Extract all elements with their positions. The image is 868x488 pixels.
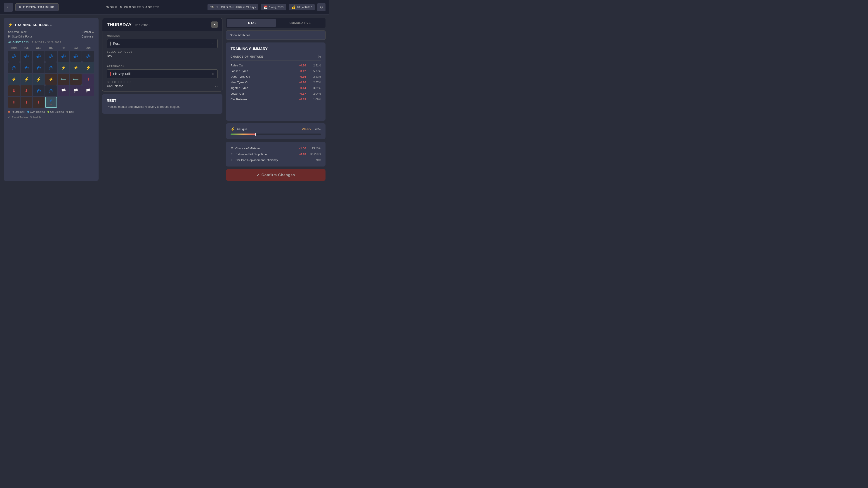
cal-header-wed: WED	[33, 46, 44, 50]
legend-dot-car	[48, 111, 49, 113]
summary-section-header: CHANCE OF MISTAKE %	[230, 55, 321, 61]
cal-cell-w3-tue[interactable]: ⚡	[21, 74, 32, 85]
summary-row-delta: -0.39	[299, 98, 306, 101]
cal-cell-w3-fri[interactable]: ⟵	[58, 74, 69, 85]
cal-cell-w4-tue[interactable]: ⬇	[21, 86, 32, 96]
stat-row-pittime: ⏱ Estimated Pit Stop Time -0.18 0:02.339	[230, 151, 321, 157]
month-label: AUGUST 2023 1/8/2023 - 31/8/2023	[8, 41, 94, 44]
cal-cell-w3-wed[interactable]: ⚡	[33, 74, 44, 85]
cal-cell-w4-sat[interactable]: 🏳️	[70, 86, 82, 96]
percentage-icon: %	[318, 55, 321, 59]
back-button[interactable]: ←	[4, 3, 13, 12]
cal-cell-w1-mon[interactable]: 💤	[8, 51, 20, 62]
cal-cell-w2-thu[interactable]: 💤	[45, 62, 57, 73]
cal-cell-w5-thu[interactable]: 💤 ⬇	[45, 97, 57, 108]
tab-total[interactable]: TOTAL	[227, 19, 276, 27]
legend: Pit Stop Drill Gym Training Car Building…	[8, 110, 94, 113]
confirm-changes-button[interactable]: ✓ Confirm Changes	[226, 169, 326, 181]
summary-row-pct: 2.57%	[310, 81, 321, 84]
summary-row-values: -0.39 1.09%	[299, 98, 321, 101]
cal-cell-w4-sun[interactable]: 🏳️	[82, 86, 94, 96]
modal-close-button[interactable]: ✕	[211, 22, 218, 28]
cal-cell-w2-mon[interactable]: 💤	[8, 62, 20, 73]
cal-cell-w2-fri[interactable]: ⚡	[58, 62, 69, 73]
panel-title: TRAINING SCHEDULE	[14, 23, 52, 27]
summary-row: Used Tyres Off -0.16 2.81%	[230, 74, 321, 79]
morning-section: MORNING Rest ‹ › SELECTED FOCUS N/A	[102, 31, 222, 61]
cal-cell-w4-wed[interactable]: 💤	[33, 86, 44, 96]
cal-cell-w4-fri[interactable]: 🏳️	[58, 86, 69, 96]
date-info: 📅 1 Aug, 2023	[261, 4, 286, 10]
cal-cell-w2-sun[interactable]: ⚡	[82, 62, 94, 73]
legend-pit: Pit Stop Drill	[8, 110, 25, 113]
stat-label-pittime: Estimated Pit Stop Time	[236, 153, 267, 156]
summary-row-values: -0.17 2.04%	[299, 92, 321, 95]
center-area: THURSDAY 31/8/2023 ✕ MORNING Rest ‹ › SE…	[102, 18, 222, 181]
cal-cell-w2-sat[interactable]: ⚡	[70, 62, 82, 73]
fatigue-right: Weary 28%	[302, 127, 321, 131]
rest-info-panel: REST Practice mental and physical recove…	[102, 94, 222, 113]
fatigue-bar-fill	[230, 133, 256, 135]
page-title: PIT CREW TRAINING	[16, 3, 59, 11]
money-icon: 💰	[291, 5, 296, 9]
afternoon-activity-selector[interactable]: Pit Stop Drill ‹ ›	[107, 69, 218, 78]
cal-cell-w3-sun[interactable]: ⬇	[82, 74, 94, 85]
summary-row-delta: -0.16	[299, 64, 306, 67]
stat-delta-pittime: -0.18	[299, 153, 306, 156]
stat-delta-mistake: -1.06	[299, 147, 306, 150]
race-icon: 🏁	[210, 5, 214, 9]
afternoon-selector-label: Pit Stop Drill	[110, 72, 130, 76]
cal-cell-w3-sat[interactable]: ⟵	[70, 74, 82, 85]
summary-row-label: Used Tyres Off	[230, 75, 250, 78]
focus-arrow-icon: ▶	[92, 35, 94, 38]
cal-cell-w4-thu[interactable]: 💤	[45, 86, 57, 96]
cal-cell-w1-tue[interactable]: 💤	[21, 51, 32, 62]
morning-focus-value: N/A	[107, 54, 112, 57]
cal-cell-w3-mon[interactable]: ⚡	[8, 74, 20, 85]
cal-cell-w5-tue[interactable]: ⬇	[21, 97, 32, 108]
summary-row: New Tyres On -0.16 2.57%	[230, 79, 321, 85]
cal-cell-w1-thu[interactable]: 💤	[45, 51, 57, 62]
cal-cell-w1-sun[interactable]: 💤	[82, 51, 94, 62]
fatigue-status: Weary	[302, 127, 311, 131]
summary-row-delta: -0.14	[299, 86, 306, 90]
afternoon-focus-arrow-icon: ‹ ›	[215, 85, 218, 88]
cal-cell-w1-wed[interactable]: 💤	[33, 51, 44, 62]
panel-icon: ⚡	[8, 23, 13, 27]
afternoon-focus-value-row[interactable]: Car Release ‹ ›	[107, 84, 218, 88]
modal-date: 31/8/2023	[135, 23, 149, 27]
summary-row-label: Tighten Tyres	[230, 86, 248, 90]
preset-row: Selected Preset Custom ▶	[8, 31, 94, 34]
summary-row-pct: 2.04%	[310, 92, 321, 95]
reset-training-button[interactable]: ↺ Reset Training Schedule	[8, 116, 41, 119]
morning-focus-label: SELECTED FOCUS	[107, 51, 218, 53]
summary-panel: TRAINING SUMMARY CHANCE OF MISTAKE % Rai…	[226, 42, 326, 121]
cal-cell-w2-tue[interactable]: 💤	[21, 62, 32, 73]
summary-row-values: -0.16 2.81%	[299, 75, 321, 78]
preset-value-group: Custom ▶	[82, 31, 94, 34]
show-attributes-button[interactable]: Show Attributes	[226, 31, 326, 40]
summary-row-pct: 3.81%	[310, 87, 321, 90]
morning-activity-selector[interactable]: Rest ‹ ›	[107, 39, 218, 48]
cal-cell-w1-fri[interactable]: 💤	[58, 51, 69, 62]
cal-cell-w3-thu[interactable]: ⚡	[45, 74, 57, 85]
tab-cumulative[interactable]: CUMULATIVE	[276, 19, 324, 27]
cal-header-tue: TUE	[21, 46, 32, 50]
calendar-grid: MON TUE WED THU FRI SAT SUN 💤 💤 💤 💤 💤 💤 …	[8, 46, 94, 108]
rest-description: Practice mental and physical recovery to…	[107, 105, 218, 109]
wip-label: WORK IN PROGRESS ASSETS	[61, 5, 205, 9]
modal-day: THURSDAY	[107, 22, 131, 27]
legend-dot-pit	[8, 111, 10, 113]
summary-row-delta: -0.16	[299, 80, 306, 84]
cal-cell-w5-wed[interactable]: ⬇	[33, 97, 44, 108]
afternoon-activity: Pit Stop Drill	[113, 72, 130, 76]
summary-row: Loosen Tyres -0.12 5.77%	[230, 68, 321, 74]
cal-cell-w2-wed[interactable]: 💤	[33, 62, 44, 73]
summary-row: Raise Car -0.16 2.91%	[230, 63, 321, 68]
cal-cell-w5-mon[interactable]: ⬇	[8, 97, 20, 108]
cal-cell-w4-mon[interactable]: ⬇	[8, 86, 20, 96]
settings-button[interactable]: ⚙	[317, 3, 326, 11]
confirm-label: Confirm Changes	[261, 173, 295, 177]
cal-cell-w1-sat[interactable]: 💤	[70, 51, 82, 62]
morning-bar	[110, 41, 111, 46]
